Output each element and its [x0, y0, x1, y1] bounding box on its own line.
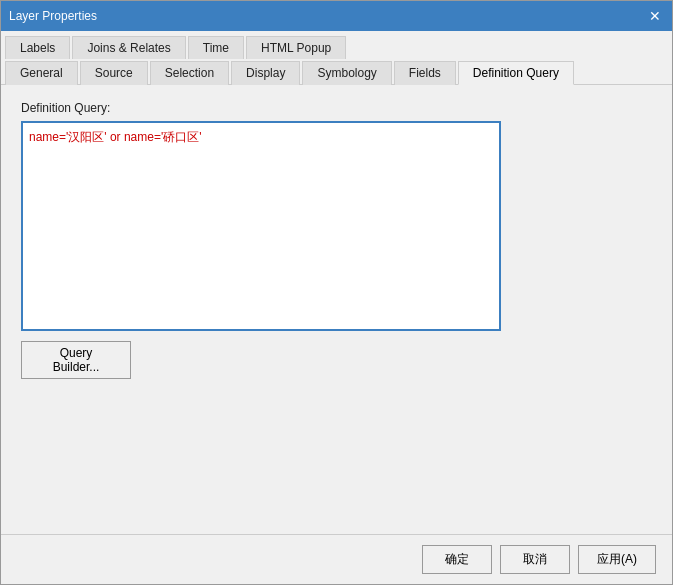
confirm-button[interactable]: 确定: [422, 545, 492, 574]
tab-display[interactable]: Display: [231, 61, 300, 85]
tab-bar: Labels Joins & Relates Time HTML Popup G…: [1, 31, 672, 85]
close-button[interactable]: ✕: [646, 7, 664, 25]
tab-joins-relates[interactable]: Joins & Relates: [72, 36, 185, 59]
tab-definition-query[interactable]: Definition Query: [458, 61, 574, 85]
tab-selection[interactable]: Selection: [150, 61, 229, 85]
title-bar: Layer Properties ✕: [1, 1, 672, 31]
content-area: Definition Query: Query Builder...: [1, 85, 672, 534]
layer-properties-window: Layer Properties ✕ Labels Joins & Relate…: [0, 0, 673, 585]
tab-labels[interactable]: Labels: [5, 36, 70, 59]
tab-source[interactable]: Source: [80, 61, 148, 85]
tab-row-1: Labels Joins & Relates Time HTML Popup: [1, 31, 672, 58]
definition-query-label: Definition Query:: [21, 101, 652, 115]
tab-general[interactable]: General: [5, 61, 78, 85]
tab-fields[interactable]: Fields: [394, 61, 456, 85]
apply-button[interactable]: 应用(A): [578, 545, 656, 574]
query-textarea[interactable]: [21, 121, 501, 331]
tab-time[interactable]: Time: [188, 36, 244, 59]
window-title: Layer Properties: [9, 9, 97, 23]
tab-html-popup[interactable]: HTML Popup: [246, 36, 346, 59]
query-builder-button[interactable]: Query Builder...: [21, 341, 131, 379]
tab-row-2: General Source Selection Display Symbolo…: [1, 58, 672, 84]
footer-bar: 确定 取消 应用(A): [1, 534, 672, 584]
tab-symbology[interactable]: Symbology: [302, 61, 391, 85]
cancel-button[interactable]: 取消: [500, 545, 570, 574]
